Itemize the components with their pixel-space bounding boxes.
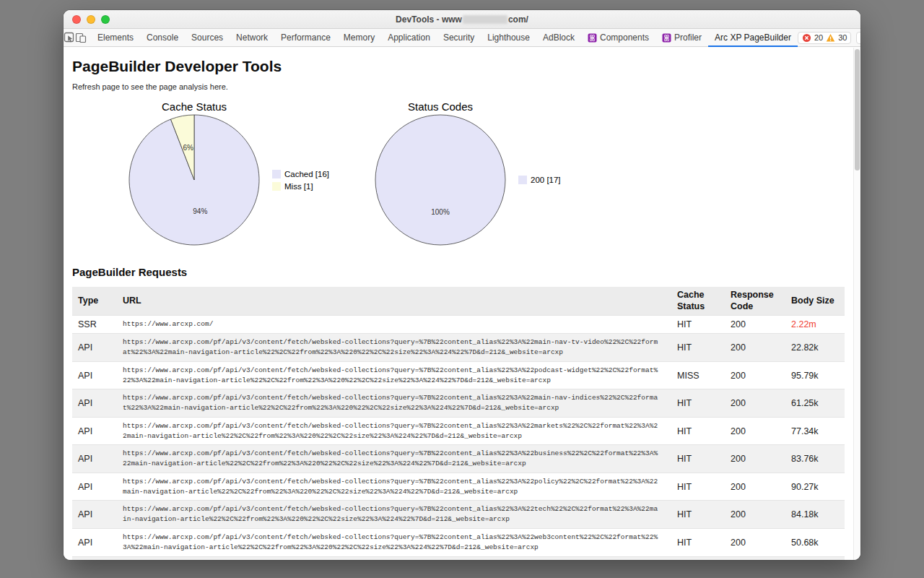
chart-title: Status Codes [374, 100, 507, 113]
tab-application[interactable]: Application [381, 29, 437, 46]
console-errors-warnings-chip[interactable]: 20 30 [798, 32, 852, 44]
tab-label: Application [388, 33, 430, 43]
request-type: SSR [72, 316, 117, 334]
inspect-cursor-icon [64, 32, 75, 43]
charts-row: Cache Status94%6%Cached [16]Miss [1]Stat… [72, 100, 845, 246]
column-header-body-size: Body Size [785, 287, 845, 316]
column-header-cache-status: Cache Status [671, 287, 725, 316]
request-type: API [72, 556, 117, 560]
pie-percent-label: 94% [193, 207, 207, 215]
table-row[interactable]: APIhttps://www.arcxp.com/pf/api/v3/conte… [72, 361, 845, 389]
request-url: https://www.arcxp.com/pf/api/v3/content/… [117, 501, 671, 529]
column-header-response-code: Response Code [725, 287, 785, 316]
tab-adblock[interactable]: AdBlock [536, 29, 581, 46]
tab-lighthouse[interactable]: Lighthouse [481, 29, 536, 46]
chart-title: Cache Status [128, 100, 261, 113]
tab-label: AdBlock [543, 33, 575, 43]
table-row[interactable]: APIhttps://www.arcxp.com/pf/api/v3/conte… [72, 473, 845, 501]
tab-label: Elements [97, 33, 134, 43]
response-code: 200 [725, 334, 785, 362]
body-size: 61.25k [785, 389, 845, 418]
request-url: https://www.arcxp.com/pf/api/v3/content/… [117, 556, 671, 560]
scrollbar-thumb[interactable] [855, 49, 860, 171]
toolbar-right: 20 30 3 [798, 29, 860, 46]
tab-console[interactable]: Console [140, 29, 185, 46]
device-toolbar-icon [75, 32, 87, 43]
legend-item-cached-16: Cached [16] [272, 168, 336, 180]
table-row[interactable]: APIhttps://www.arcxp.com/pf/api/v3/conte… [72, 417, 845, 445]
tab-security[interactable]: Security [437, 29, 481, 46]
zoom-button[interactable] [101, 15, 110, 24]
tab-sources[interactable]: Sources [185, 29, 230, 46]
tab-label: Network [236, 33, 268, 43]
table-row[interactable]: APIhttps://www.arcxp.com/pf/api/v3/conte… [72, 556, 845, 560]
cache-status: HIT [671, 473, 725, 501]
minimize-button[interactable] [87, 15, 95, 24]
cache-status: MISS [671, 361, 725, 389]
request-url: https://www.arcxp.com/pf/api/v3/content/… [117, 361, 671, 389]
legend-swatch [272, 182, 281, 191]
table-row[interactable]: APIhttps://www.arcxp.com/pf/api/v3/conte… [72, 445, 845, 473]
warning-count: 30 [838, 33, 847, 42]
request-type: API [72, 334, 117, 362]
body-size: 85.11k [785, 556, 845, 560]
window-title-prefix: DevTools - www [396, 14, 462, 25]
close-button[interactable] [72, 15, 81, 24]
body-size: 22.82k [785, 334, 845, 362]
tab-components[interactable]: Components [581, 29, 655, 46]
cache-status-chart: Cache Status94%6%Cached [16]Miss [1] [128, 100, 336, 246]
warning-icon [826, 33, 835, 43]
issues-chip[interactable]: 3 [856, 32, 860, 44]
chart-legend: 200 [17] [518, 174, 582, 186]
tab-network[interactable]: Network [230, 29, 274, 46]
request-url: https://www.arcxp.com/pf/api/v3/content/… [117, 528, 671, 556]
requests-table: TypeURLCache StatusResponse CodeBody Siz… [72, 287, 845, 560]
response-code: 200 [725, 473, 785, 501]
vertical-scrollbar[interactable] [853, 48, 860, 560]
request-url: https://www.arcxp.com/pf/api/v3/content/… [117, 445, 671, 473]
response-code: 200 [725, 528, 785, 556]
tab-label: Arc XP PageBuilder [715, 33, 791, 43]
cache-status: HIT [671, 528, 725, 556]
request-type: API [72, 501, 117, 529]
tab-memory[interactable]: Memory [337, 29, 381, 46]
tab-performance[interactable]: Performance [274, 29, 337, 46]
tab-profiler[interactable]: Profiler [655, 29, 708, 46]
table-row[interactable]: APIhttps://www.arcxp.com/pf/api/v3/conte… [72, 334, 845, 362]
cache-status: HIT [671, 417, 725, 445]
pie-slice-200-17 [375, 115, 505, 245]
redacted-domain [463, 15, 507, 24]
react-icon [662, 33, 671, 43]
inspect-element-button[interactable] [64, 29, 75, 46]
table-row[interactable]: APIhttps://www.arcxp.com/pf/api/v3/conte… [72, 501, 845, 529]
legend-item-miss-1: Miss [1] [272, 180, 336, 192]
response-code: 200 [725, 501, 785, 529]
response-code: 200 [725, 556, 785, 560]
request-type: API [72, 417, 117, 445]
table-row[interactable]: SSRhttps://www.arcxp.com/HIT2002.22m [72, 316, 845, 334]
body-size: 90.27k [785, 473, 845, 501]
pie-percent-label: 6% [183, 144, 193, 152]
tab-arc-xp-pagebuilder[interactable]: Arc XP PageBuilder [708, 29, 798, 46]
legend-swatch [272, 170, 281, 178]
request-type: API [72, 473, 117, 501]
status-codes-pie: 100% [374, 113, 507, 246]
device-toolbar-button[interactable] [75, 29, 87, 46]
pagebuilder-panel: PageBuilder Developer Tools Refresh page… [64, 48, 853, 560]
table-header-row: TypeURLCache StatusResponse CodeBody Siz… [72, 287, 845, 316]
pie-percent-label: 100% [431, 208, 450, 216]
body-size: 77.34k [785, 417, 845, 445]
table-row[interactable]: APIhttps://www.arcxp.com/pf/api/v3/conte… [72, 389, 845, 418]
table-row[interactable]: APIhttps://www.arcxp.com/pf/api/v3/conte… [72, 528, 845, 556]
tab-label: Memory [344, 33, 375, 43]
request-url: https://www.arcxp.com/pf/api/v3/content/… [117, 389, 671, 418]
cache-status: HIT [671, 556, 725, 560]
body-size: 95.79k [785, 361, 845, 389]
tab-elements[interactable]: Elements [91, 29, 140, 46]
traffic-lights [72, 10, 110, 28]
cache-status: HIT [671, 389, 725, 418]
tab-label: Sources [191, 33, 223, 43]
response-code: 200 [725, 445, 785, 473]
request-type: API [72, 445, 117, 473]
react-icon [588, 33, 597, 43]
